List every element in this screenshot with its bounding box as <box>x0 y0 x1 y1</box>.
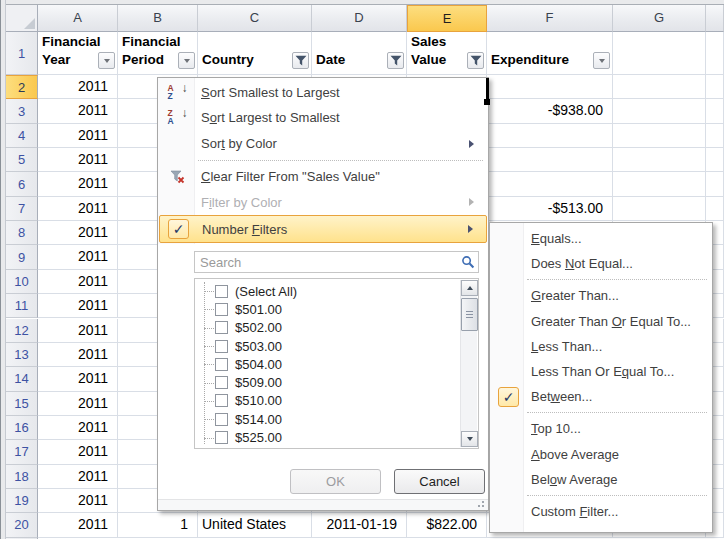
header-cell-A[interactable]: FinancialYear <box>38 32 118 75</box>
filter-value-checkbox[interactable] <box>215 303 228 316</box>
row-header-16[interactable]: 16 <box>6 416 38 440</box>
cell-A17[interactable]: 2011 <box>38 440 118 464</box>
listbox-scrollbar[interactable] <box>460 280 477 447</box>
filter-value-checkbox[interactable] <box>215 321 228 334</box>
filter-button-date[interactable] <box>387 52 404 69</box>
menu-item-sort-largest-to-smallest[interactable]: ZA↓Sort Largest to Smallest <box>159 105 487 130</box>
cell-F6[interactable] <box>487 172 613 196</box>
row-header-8[interactable]: 8 <box>6 221 38 245</box>
row-header-5[interactable]: 5 <box>6 148 38 172</box>
column-header-D[interactable]: D <box>312 5 407 32</box>
submenu-item-below-average[interactable]: Below Average <box>491 467 711 492</box>
row-header-6[interactable]: 6 <box>6 172 38 196</box>
cell-H3[interactable] <box>706 99 724 123</box>
row-header-19[interactable]: 19 <box>6 489 38 513</box>
row-header-7[interactable]: 7 <box>6 197 38 221</box>
cell-A12[interactable]: 2011 <box>38 319 118 343</box>
submenu-item-above-average[interactable]: Above Average <box>491 442 711 467</box>
cell-A5[interactable]: 2011 <box>38 148 118 172</box>
cell-A20[interactable]: 2011 <box>38 513 118 537</box>
filter-button-financial-year[interactable] <box>98 52 115 69</box>
column-header-C[interactable]: C <box>198 5 312 32</box>
cell-A8[interactable]: 2011 <box>38 221 118 245</box>
filter-value-checkbox[interactable] <box>215 413 228 426</box>
filter-value-checkbox[interactable] <box>215 358 228 371</box>
filter-value-checkbox[interactable] <box>215 340 228 353</box>
cell-G7[interactable] <box>613 197 706 221</box>
cell-A13[interactable]: 2011 <box>38 343 118 367</box>
submenu-item-equals[interactable]: Equals... <box>491 226 711 251</box>
row-header-13[interactable]: 13 <box>6 343 38 367</box>
cell-F5[interactable] <box>487 148 613 172</box>
column-header-A[interactable]: A <box>38 5 118 32</box>
row-header-20[interactable]: 20 <box>6 513 38 537</box>
menu-item-sort-smallest-to-largest[interactable]: AZ↓Sort Smallest to Largest <box>159 80 487 105</box>
submenu-item-less-than-or-equal-to[interactable]: Less Than Or Equal To... <box>491 359 711 384</box>
submenu-item-less-than[interactable]: Less Than... <box>491 334 711 359</box>
cell-B20[interactable]: 1 <box>118 513 198 537</box>
filter-button-expenditure[interactable] <box>593 52 610 69</box>
column-header-E[interactable]: E <box>407 5 487 32</box>
cell-A9[interactable]: 2011 <box>38 245 118 269</box>
submenu-item-between[interactable]: ✓Between... <box>491 384 711 409</box>
cell-D20[interactable]: 2011-01-19 <box>312 513 407 537</box>
filter-value-item[interactable]: $514.00 <box>195 410 459 428</box>
filter-value-checkbox[interactable] <box>215 285 228 298</box>
ok-button[interactable]: OK <box>290 469 381 494</box>
row-header-4[interactable]: 4 <box>6 124 38 148</box>
cell-H6[interactable] <box>706 172 724 196</box>
cell-A4[interactable]: 2011 <box>38 124 118 148</box>
cell-G2[interactable] <box>613 75 706 99</box>
cell-A6[interactable]: 2011 <box>38 172 118 196</box>
cell-A18[interactable]: 2011 <box>38 465 118 489</box>
cell-A19[interactable]: 2011 <box>38 489 118 513</box>
row-header-18[interactable]: 18 <box>6 465 38 489</box>
filter-value-item[interactable]: $509.00 <box>195 373 459 391</box>
cell-A7[interactable]: 2011 <box>38 197 118 221</box>
submenu-item-does-not-equal[interactable]: Does Not Equal... <box>491 251 711 276</box>
cell-H2[interactable] <box>706 75 724 99</box>
cell-E20[interactable]: $822.00 <box>407 513 487 537</box>
row-header-9[interactable]: 9 <box>6 245 38 269</box>
filter-value-checkbox[interactable] <box>215 431 228 444</box>
search-input[interactable] <box>194 251 479 273</box>
cell-F2[interactable] <box>487 75 613 99</box>
row-header-2[interactable]: 2 <box>6 75 38 99</box>
cell-G5[interactable] <box>613 148 706 172</box>
row-header-15[interactable]: 15 <box>6 392 38 416</box>
filter-value-item[interactable]: $502.00 <box>195 319 459 337</box>
header-cell-F[interactable]: Expenditure <box>487 32 613 75</box>
cell-A10[interactable]: 2011 <box>38 270 118 294</box>
row-header-12[interactable]: 12 <box>6 319 38 343</box>
scrollbar-thumb[interactable] <box>461 298 478 331</box>
cell-A11[interactable]: 2011 <box>38 294 118 318</box>
column-header-F[interactable]: F <box>487 5 613 32</box>
filter-value-item[interactable]: $525.00 <box>195 428 459 446</box>
active-cell-fill-handle[interactable] <box>484 99 490 105</box>
menu-item-clear-filter-from-sales-value[interactable]: Clear Filter From "Sales Value" <box>159 164 487 189</box>
header-cell-B[interactable]: FinancialPeriod <box>118 32 198 75</box>
cell-G6[interactable] <box>613 172 706 196</box>
header-cell-E[interactable]: SalesValue <box>407 32 487 75</box>
filter-value-item[interactable]: $503.00 <box>195 337 459 355</box>
column-header-H[interactable] <box>706 5 724 32</box>
column-header-B[interactable]: B <box>118 5 198 32</box>
resize-grip-icon[interactable] <box>473 500 485 508</box>
row-header-17[interactable]: 17 <box>6 440 38 464</box>
cell-H4[interactable] <box>706 124 724 148</box>
filter-value-item[interactable]: $510.00 <box>195 392 459 410</box>
menu-item-number-filters[interactable]: ✓Number Filters <box>159 215 487 243</box>
row-header-14[interactable]: 14 <box>6 367 38 391</box>
submenu-item-greater-than[interactable]: Greater Than... <box>491 283 711 308</box>
filter-value-checkbox[interactable] <box>215 394 228 407</box>
filter-button-financial-period[interactable] <box>178 52 195 69</box>
cell-G4[interactable] <box>613 124 706 148</box>
cell-A2[interactable]: 2011 <box>38 75 118 99</box>
scroll-down-button[interactable] <box>461 431 478 447</box>
scroll-up-button[interactable] <box>461 280 478 296</box>
cancel-button[interactable]: Cancel <box>394 469 485 494</box>
filter-value-checkbox[interactable] <box>215 376 228 389</box>
cell-G3[interactable] <box>613 99 706 123</box>
cell-A16[interactable]: 2011 <box>38 416 118 440</box>
column-header-G[interactable]: G <box>613 5 706 32</box>
